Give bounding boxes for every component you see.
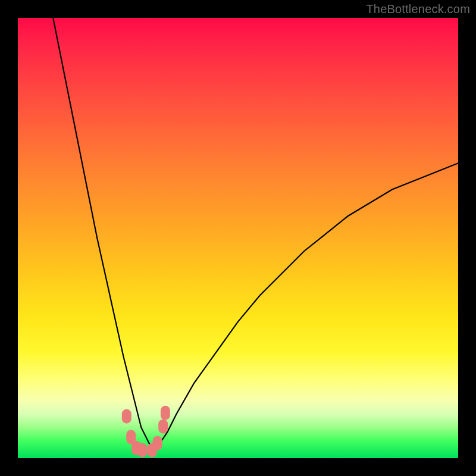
chart-frame: TheBottleneck.com	[0, 0, 476, 476]
watermark-text: TheBottleneck.com	[366, 2, 470, 16]
background-gradient	[18, 18, 458, 458]
plot-area	[18, 18, 458, 458]
